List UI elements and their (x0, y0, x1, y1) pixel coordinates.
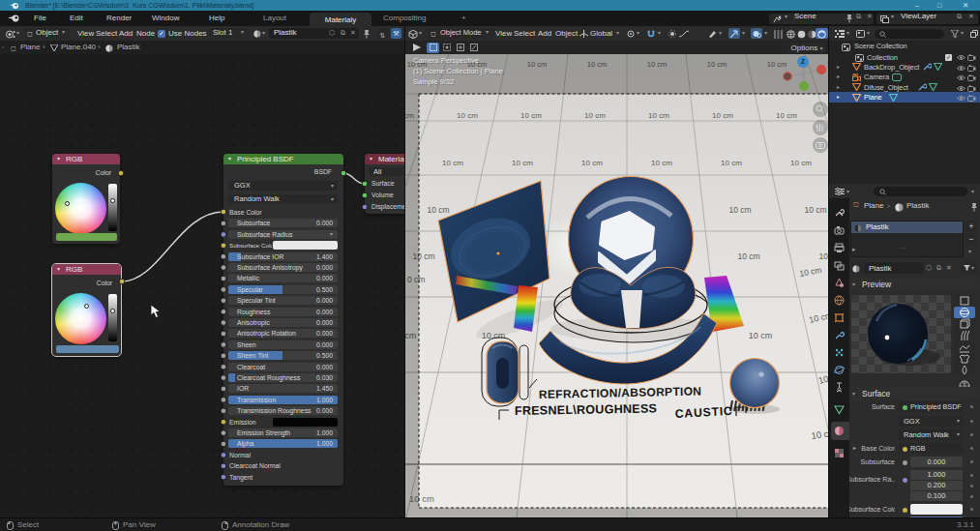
svg-text:10: 10 (817, 373, 828, 386)
svg-text:10 cm: 10 cm (427, 205, 449, 215)
svg-text:10 cm: 10 cm (721, 159, 742, 167)
svg-text:10 cm: 10 cm (651, 159, 672, 167)
svg-text:10 cm: 10 cm (804, 205, 826, 215)
svg-text:10 cm: 10 cm (776, 111, 797, 120)
svg-text:FRESNEL\ROUGHNESS: FRESNEL\ROUGHNESS (515, 401, 657, 418)
svg-text:(1) Scene Collection | Plane: (1) Scene Collection | Plane (413, 67, 503, 75)
svg-text:10 cm: 10 cm (818, 251, 828, 261)
svg-text:10 cm: 10 cm (790, 159, 812, 167)
svg-text:10 cm: 10 cm (712, 111, 733, 120)
svg-text:10 cm: 10 cm (749, 331, 773, 340)
svg-text:10 cm: 10 cm (442, 159, 463, 167)
svg-text:10 cm: 10 cm (512, 159, 533, 167)
svg-text:10 cm: 10 cm (584, 111, 606, 120)
svg-text:10 cm: 10 cm (520, 111, 542, 120)
svg-text:Camera Perspective: Camera Perspective (413, 56, 479, 65)
svg-text:Z: Z (801, 58, 805, 65)
svg-text:Sample 9/32: Sample 9/32 (413, 77, 454, 86)
svg-text:10 cm: 10 cm (737, 251, 759, 261)
svg-text:10 cm: 10 cm (648, 111, 669, 120)
svg-text:10 cm: 10 cm (581, 159, 603, 167)
svg-text:10 cm: 10 cm (457, 111, 478, 120)
svg-text:10 cm: 10 cm (728, 205, 751, 215)
